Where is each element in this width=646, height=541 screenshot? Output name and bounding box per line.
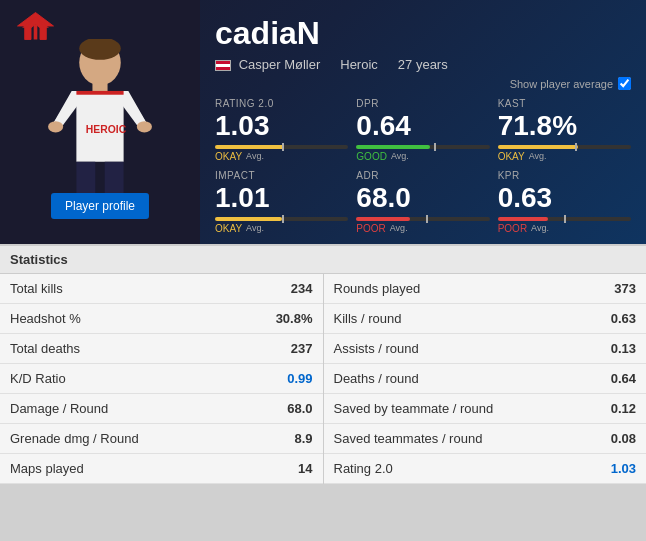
stat-rating-avg-label: Avg. <box>246 151 264 161</box>
stat-label: Rating 2.0 <box>324 453 582 483</box>
stat-value: 68.0 <box>233 393 322 423</box>
player-name: cadiaN <box>215 15 631 52</box>
statistics-section: Statistics Total kills234Headshot %30.8%… <box>0 244 646 484</box>
stat-rating-bar: OKAY Avg. <box>215 145 348 162</box>
stat-dpr-fill <box>356 145 429 149</box>
stat-kpr-status: POOR <box>498 223 527 234</box>
stat-dpr-avg-label: Avg. <box>391 151 409 161</box>
table-row: Maps played14 <box>0 453 323 483</box>
stat-dpr: DPR 0.64 GOOD Avg. <box>356 98 489 162</box>
table-row: Headshot %30.8% <box>0 303 323 333</box>
statistics-header: Statistics <box>0 246 646 274</box>
stat-kast-value: 71.8% <box>498 111 631 142</box>
stat-adr-status: POOR <box>356 223 385 234</box>
stat-label: Total kills <box>0 274 233 304</box>
stat-rating-status: OKAY <box>215 151 242 162</box>
stat-dpr-status: GOOD <box>356 151 387 162</box>
stat-label: Saved teammates / round <box>324 423 582 453</box>
stat-adr-label: ADR <box>356 170 489 181</box>
stats-left-table: Total kills234Headshot %30.8%Total death… <box>0 274 323 484</box>
stat-label: Grenade dmg / Round <box>0 423 233 453</box>
player-real-name: Casper Møller <box>239 57 321 72</box>
svg-text:HEROIC: HEROIC <box>86 124 127 135</box>
player-team: Heroic <box>340 57 378 72</box>
table-row: Grenade dmg / Round8.9 <box>0 423 323 453</box>
stat-value: 234 <box>233 274 322 304</box>
stat-label: Kills / round <box>324 303 582 333</box>
stat-kast-bar: OKAY Avg. <box>498 145 631 162</box>
stat-impact-bar: OKAY Avg. <box>215 217 348 234</box>
player-figure: HEROIC <box>20 39 180 209</box>
stats-right-table: Rounds played373Kills / round0.63Assists… <box>324 274 647 484</box>
stat-adr-fill <box>356 217 409 221</box>
stat-value: 0.08 <box>581 423 646 453</box>
stat-value: 0.64 <box>581 363 646 393</box>
stat-impact-label: IMPACT <box>215 170 348 181</box>
stat-value: 237 <box>233 333 322 363</box>
stat-impact-status: OKAY <box>215 223 242 234</box>
stat-rating-avg-marker <box>282 143 284 151</box>
table-row: K/D Ratio0.99 <box>0 363 323 393</box>
stat-dpr-value: 0.64 <box>356 111 489 142</box>
player-meta: Casper Møller Heroic 27 years <box>215 57 631 72</box>
player-flag: Casper Møller <box>215 57 320 72</box>
player-profile-button[interactable]: Player profile <box>51 193 149 219</box>
stat-label: Maps played <box>0 453 233 483</box>
stat-adr: ADR 68.0 POOR Avg. <box>356 170 489 234</box>
flag-icon <box>215 60 231 71</box>
svg-point-10 <box>137 121 152 132</box>
table-row: Total deaths237 <box>0 333 323 363</box>
stat-impact: IMPACT 1.01 OKAY Avg. <box>215 170 348 234</box>
table-row: Rating 2.01.03 <box>324 453 647 483</box>
stat-impact-value: 1.01 <box>215 183 348 214</box>
stat-kpr-bar: POOR Avg. <box>498 217 631 234</box>
stat-kast-avg-marker <box>575 143 577 151</box>
stat-rating: RATING 2.0 1.03 OKAY Avg. <box>215 98 348 162</box>
stat-impact-avg-marker <box>282 215 284 223</box>
table-row: Assists / round0.13 <box>324 333 647 363</box>
player-age: 27 years <box>398 57 448 72</box>
table-row: Kills / round0.63 <box>324 303 647 333</box>
stat-adr-avg-marker <box>426 215 428 223</box>
stat-kast-fill <box>498 145 578 149</box>
svg-point-9 <box>48 121 63 132</box>
stat-kpr-label: KPR <box>498 170 631 181</box>
stat-value: 0.12 <box>581 393 646 423</box>
stat-label: K/D Ratio <box>0 363 233 393</box>
stat-impact-avg-label: Avg. <box>246 223 264 233</box>
stat-value: 0.13 <box>581 333 646 363</box>
stat-kpr: KPR 0.63 POOR Avg. <box>498 170 631 234</box>
show-average-label: Show player average <box>510 78 613 90</box>
stat-rating-value: 1.03 <box>215 111 348 142</box>
stat-rating-fill <box>215 145 284 149</box>
stat-kast-status: OKAY <box>498 151 525 162</box>
table-row: Total kills234 <box>0 274 323 304</box>
stat-value: 0.63 <box>581 303 646 333</box>
player-image-area: HEROIC Player profile <box>0 0 200 244</box>
stat-label: Total deaths <box>0 333 233 363</box>
stat-dpr-avg-marker <box>434 143 436 151</box>
show-average-row: Show player average <box>215 77 631 90</box>
stat-value: 1.03 <box>581 453 646 483</box>
player-card: HEROIC Player profile cadiaN Casper Møll… <box>0 0 646 244</box>
stat-kast: KAST 71.8% OKAY Avg. <box>498 98 631 162</box>
stat-kpr-avg-label: Avg. <box>531 223 549 233</box>
table-row: Saved by teammate / round0.12 <box>324 393 647 423</box>
stats-table-container: Total kills234Headshot %30.8%Total death… <box>0 274 646 484</box>
stat-kpr-avg-marker <box>564 215 566 223</box>
player-info-panel: cadiaN Casper Møller Heroic 27 years Sho… <box>200 0 646 244</box>
show-average-checkbox[interactable] <box>618 77 631 90</box>
stat-label: Headshot % <box>0 303 233 333</box>
stat-dpr-bar: GOOD Avg. <box>356 145 489 162</box>
stat-label: Assists / round <box>324 333 582 363</box>
stat-value: 0.99 <box>233 363 322 393</box>
table-row: Damage / Round68.0 <box>0 393 323 423</box>
stat-label: Rounds played <box>324 274 582 304</box>
stat-kpr-fill <box>498 217 549 221</box>
table-row: Rounds played373 <box>324 274 647 304</box>
stat-adr-bar: POOR Avg. <box>356 217 489 234</box>
stat-kpr-value: 0.63 <box>498 183 631 214</box>
stat-label: Saved by teammate / round <box>324 393 582 423</box>
stat-dpr-label: DPR <box>356 98 489 109</box>
stat-value: 30.8% <box>233 303 322 333</box>
